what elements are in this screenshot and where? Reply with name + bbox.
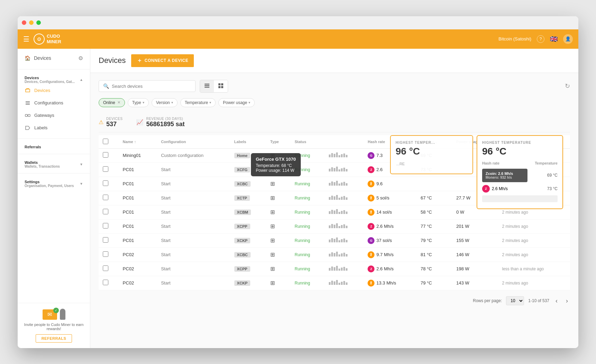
- pagination-prev[interactable]: ‹: [553, 296, 560, 306]
- row-checkbox[interactable]: [99, 219, 119, 233]
- tooltip-gpu-name: GeForce GTX 1070: [256, 157, 296, 162]
- row-config: Start: [157, 276, 230, 290]
- hamburger-menu[interactable]: ☰: [23, 35, 29, 43]
- row-checkbox[interactable]: [99, 276, 119, 290]
- row-hashrate: G 37 sol/s: [363, 233, 416, 248]
- row-checkbox[interactable]: [99, 191, 119, 205]
- logo-icon: ⊙: [34, 34, 45, 45]
- sidebar-devices-label: Devices: [34, 88, 50, 93]
- logo: ⊙ CUDOMINER: [34, 34, 61, 45]
- row-checkbox[interactable]: [99, 233, 119, 248]
- row-name: PC02: [119, 248, 157, 262]
- list-view-button[interactable]: [200, 80, 214, 92]
- row-select[interactable]: [103, 251, 108, 257]
- row-checkbox[interactable]: [99, 162, 119, 177]
- col-name[interactable]: Name ↑: [119, 135, 157, 149]
- table-row[interactable]: PC01 Start XCKP ⊞ Running G 37 sol/s 79 …: [99, 233, 570, 248]
- row-checkbox[interactable]: [99, 177, 119, 191]
- select-all-checkbox[interactable]: [103, 139, 108, 144]
- filter-version[interactable]: Version ▾: [152, 98, 178, 107]
- sidebar-item-home[interactable]: 🏠 Devices ⚙: [18, 52, 90, 65]
- row-name: Mining01: [119, 148, 157, 162]
- svg-rect-13: [221, 86, 223, 88]
- row-checkbox[interactable]: [99, 248, 119, 262]
- sidebar-group-wallets: Wallets Wallets, Transactions ▼: [18, 156, 90, 172]
- row-label: XCKP: [230, 233, 266, 248]
- filter-temperature-arrow: ▾: [209, 101, 211, 104]
- settings-icon[interactable]: ⚙: [78, 55, 83, 62]
- table-row[interactable]: PC01 Start XCPP ⊞ Running Z 2.6 Mh/s 77 …: [99, 219, 570, 233]
- logo-text: CUDOMINER: [47, 34, 61, 44]
- row-bars: [325, 233, 363, 248]
- search-box[interactable]: 🔍: [99, 80, 196, 92]
- row-checkbox[interactable]: [99, 262, 119, 276]
- sidebar-divider-2: [18, 138, 90, 139]
- rows-per-page-select[interactable]: 10 25 50: [506, 296, 524, 305]
- row-config: Start: [157, 205, 230, 219]
- row-select[interactable]: [103, 180, 108, 186]
- pagination-next[interactable]: ›: [564, 296, 570, 306]
- table-row[interactable]: PC02 Start XCKP ⊞ Running ₿ 13.3 Mh/s 79…: [99, 276, 570, 290]
- referrals-button[interactable]: REFERRALS: [36, 334, 72, 343]
- row-hashrate: ₿ 13.3 Mh/s: [363, 276, 416, 290]
- highlight-card-right: HIGHEST TEMPERATURE 96 °C Hash rate Temp…: [477, 135, 563, 209]
- sidebar-item-configurations[interactable]: Configurations: [18, 97, 90, 109]
- row-checkbox[interactable]: [99, 148, 119, 162]
- sidebar-item-labels[interactable]: Labels: [18, 122, 90, 134]
- hc-gpu2-icon: Z: [482, 185, 490, 193]
- sidebar-group-header-referrals[interactable]: Referrals: [18, 143, 90, 150]
- wallets-collapse-arrow[interactable]: ▼: [80, 162, 83, 166]
- help-icon[interactable]: ?: [537, 35, 544, 43]
- svg-rect-3: [26, 104, 30, 105]
- col-configuration: Configuration: [157, 135, 230, 149]
- row-status: Running: [290, 233, 325, 248]
- row-type: ⊞: [266, 191, 290, 205]
- row-status: Running: [290, 262, 325, 276]
- filter-online[interactable]: Online ✕: [99, 98, 125, 107]
- row-select[interactable]: [103, 152, 108, 158]
- collapse-arrow[interactable]: ▲: [80, 78, 83, 82]
- row-name: PC01: [119, 233, 157, 248]
- settings-collapse-arrow[interactable]: ▼: [80, 182, 83, 186]
- language-flag[interactable]: 🇬🇧: [550, 35, 558, 43]
- row-checkbox[interactable]: [99, 205, 119, 219]
- svg-point-0: [26, 90, 26, 90]
- filter-temperature[interactable]: Temperature ▾: [180, 98, 216, 107]
- row-type: ⊞: [266, 205, 290, 219]
- hc-right-value: 96 °C: [482, 146, 558, 157]
- row-select[interactable]: [103, 209, 108, 214]
- sidebar-item-gateways[interactable]: Gateways: [18, 109, 90, 122]
- row-select[interactable]: [103, 265, 108, 271]
- row-select[interactable]: [103, 223, 108, 228]
- user-avatar[interactable]: 👤: [563, 34, 573, 44]
- connect-device-button[interactable]: ＋ CONNECT A DEVICE: [131, 54, 194, 67]
- hc-gpu1-badge: Zcoin: 2.6 Mh/s Monero: 932 h/s: [482, 169, 527, 182]
- filter-type[interactable]: Type ▾: [128, 98, 149, 107]
- row-bars: [325, 219, 363, 233]
- table-row[interactable]: PC02 Start XCBC ⊞ Running ₿ 9.7 Mh/s 81 …: [99, 248, 570, 262]
- sidebar-group-devices: Devices Devices, Configurations, Gat... …: [18, 71, 90, 137]
- pagination-range: 1-10 of 537: [528, 298, 549, 303]
- sidebar-item-devices[interactable]: Devices: [18, 84, 90, 97]
- tooltip-power: Power usage: 114 W: [256, 168, 296, 173]
- row-select[interactable]: [103, 280, 108, 285]
- row-select[interactable]: [103, 195, 108, 200]
- filter-online-remove[interactable]: ✕: [117, 100, 120, 105]
- minimize-button[interactable]: [29, 20, 34, 25]
- maximize-button[interactable]: [36, 20, 41, 25]
- svg-rect-4: [25, 114, 27, 116]
- grid-view-button[interactable]: [214, 80, 228, 92]
- currency-display: Bitcoin (Satoshi): [498, 36, 531, 41]
- search-input[interactable]: [112, 84, 191, 89]
- filter-power[interactable]: Power usage ▾: [218, 98, 255, 107]
- nav-right: Bitcoin (Satoshi) ? 🇬🇧 👤: [498, 34, 573, 44]
- table-row[interactable]: PC02 Start XCPP ⊞ Running Z 2.6 Mh/s 78 …: [99, 262, 570, 276]
- row-select[interactable]: [103, 166, 108, 172]
- row-select[interactable]: [103, 237, 108, 243]
- col-status: Status: [290, 135, 325, 149]
- refresh-button[interactable]: ↻: [565, 82, 570, 90]
- hc-right-table: Hash rate Temperature Zcoin: 2.6 Mh/s: [482, 161, 558, 204]
- close-button[interactable]: [22, 20, 26, 25]
- row-label: XCPP: [230, 219, 266, 233]
- toolbar: 🔍: [99, 80, 570, 93]
